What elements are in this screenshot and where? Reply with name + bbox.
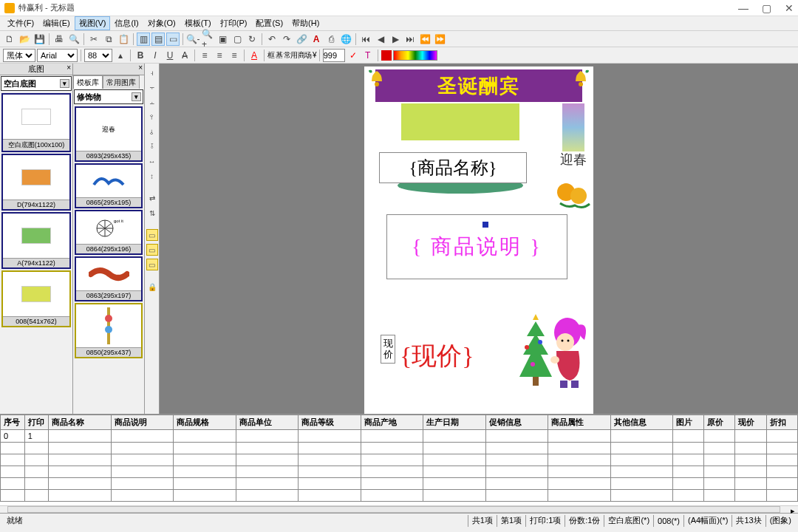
grid-cell[interactable] xyxy=(672,478,703,490)
value-input[interactable] xyxy=(323,49,345,62)
tool-dist-h-icon[interactable]: ↔ xyxy=(146,155,158,167)
grid-header[interactable]: 生产日期 xyxy=(423,415,485,430)
tool-dist-v-icon[interactable]: ↕ xyxy=(146,170,158,182)
grid-cell[interactable] xyxy=(735,466,766,478)
table-row[interactable] xyxy=(1,490,798,502)
menu-item[interactable]: 帮助(H) xyxy=(287,16,324,30)
grid-cell[interactable] xyxy=(610,478,672,490)
grid-cell[interactable] xyxy=(672,443,703,454)
next-button[interactable]: ▶ xyxy=(389,33,402,46)
grid-cell[interactable] xyxy=(548,443,610,454)
flower-icon[interactable] xyxy=(553,177,593,211)
bg-thumb[interactable]: 空白底图(100x100) xyxy=(1,93,71,152)
grid-header[interactable]: 商品产地 xyxy=(361,415,423,430)
grid-cell[interactable] xyxy=(174,454,236,466)
grid-cell[interactable] xyxy=(49,490,111,502)
grid-cell[interactable] xyxy=(24,466,49,478)
grid-cell[interactable] xyxy=(174,466,236,478)
panel2-toggle[interactable]: ▤ xyxy=(151,33,165,46)
canvas-area[interactable]: 圣诞酬宾 迎春 {商品名称} { 商品说明 } 现价 {现价} xyxy=(160,64,798,414)
decor-green-block[interactable] xyxy=(401,103,519,140)
grid-cell[interactable] xyxy=(24,478,49,490)
grid-cell[interactable] xyxy=(423,454,485,466)
grid-cell[interactable] xyxy=(485,443,548,454)
align-center-button[interactable]: ≡ xyxy=(213,49,226,62)
grid-cell[interactable] xyxy=(672,466,703,478)
bg-thumb[interactable]: 008(541x762) xyxy=(1,270,71,327)
grid-cell[interactable] xyxy=(174,490,236,502)
fill-red-button[interactable] xyxy=(381,50,392,61)
grid-cell[interactable] xyxy=(766,454,797,466)
bg-thumb[interactable]: D(794x1122) xyxy=(1,154,71,211)
tool-align-center-icon[interactable]: ⫟ xyxy=(146,81,158,93)
grid-header[interactable]: 其他信息 xyxy=(610,415,672,430)
grid-cell[interactable] xyxy=(548,466,610,478)
grid-cell[interactable] xyxy=(704,454,735,466)
print-button[interactable]: 🖶 xyxy=(52,33,66,46)
new-button[interactable]: 🗋 xyxy=(3,33,16,46)
table-row[interactable] xyxy=(1,466,798,478)
grid-header[interactable]: 商品属性 xyxy=(548,415,610,430)
grid-cell[interactable] xyxy=(174,443,236,454)
grid-cell[interactable] xyxy=(423,443,485,454)
bold-button[interactable]: B xyxy=(134,49,147,62)
grid-cell[interactable] xyxy=(299,454,361,466)
grid-cell[interactable] xyxy=(766,466,797,478)
tool-align-bottom-icon[interactable]: ⫱ xyxy=(146,140,158,152)
bg-category-combo[interactable]: 空白底图 xyxy=(1,76,72,91)
grid-cell[interactable] xyxy=(361,490,423,502)
grid-cell[interactable] xyxy=(672,430,703,443)
data-grid[interactable]: 序号打印商品名称商品说明商品规格商品单位商品等级商品产地生产日期促销信息商品属性… xyxy=(0,414,798,505)
grid-cell[interactable]: 0 xyxy=(1,430,25,443)
grid-cell[interactable] xyxy=(111,478,173,490)
grid-cell[interactable] xyxy=(361,454,423,466)
grid-cell[interactable] xyxy=(174,478,236,490)
zoom-in-button[interactable]: 🔍+ xyxy=(201,33,214,46)
grid-cell[interactable] xyxy=(111,454,173,466)
zoom-actual-button[interactable]: ▢ xyxy=(231,33,244,46)
font-size-select[interactable]: 88 xyxy=(84,49,112,62)
grid-header[interactable]: 现价 xyxy=(735,415,766,430)
grid-cell[interactable] xyxy=(236,443,298,454)
tool-align-top-icon[interactable]: ⫯ xyxy=(146,111,158,123)
grid-header[interactable]: 原价 xyxy=(704,415,735,430)
grid-cell[interactable] xyxy=(485,466,548,478)
strike-button[interactable]: A̶ xyxy=(178,49,191,62)
grid-header[interactable]: 图片 xyxy=(672,415,703,430)
menu-item[interactable]: 配置(S) xyxy=(251,16,287,30)
open-button[interactable]: 📂 xyxy=(18,33,31,46)
first-button[interactable]: ⏮ xyxy=(359,33,372,46)
grid-cell[interactable] xyxy=(610,466,672,478)
grid-cell[interactable] xyxy=(299,443,361,454)
grid-header[interactable]: 折扣 xyxy=(766,415,797,430)
tpl-thumb[interactable]: got it0864(295x196) xyxy=(75,210,143,255)
grid-cell[interactable] xyxy=(111,430,173,443)
tool-note3-icon[interactable]: ▭ xyxy=(146,259,158,270)
grid-cell[interactable] xyxy=(485,478,548,490)
grid-cell[interactable] xyxy=(1,490,25,502)
grid-cell[interactable] xyxy=(704,490,735,502)
grid-cell[interactable] xyxy=(548,478,610,490)
grid-cell[interactable] xyxy=(361,466,423,478)
tool-align-left-icon[interactable]: ⫞ xyxy=(146,66,158,78)
grid-cell[interactable] xyxy=(704,443,735,454)
field-price-label[interactable]: 现价 xyxy=(381,335,395,364)
grid-cell[interactable] xyxy=(704,466,735,478)
grid-cell[interactable] xyxy=(49,478,111,490)
grid-header[interactable]: 商品等级 xyxy=(299,415,361,430)
grid-cell[interactable] xyxy=(423,490,485,502)
text-tool-button[interactable]: T xyxy=(361,49,375,62)
grid-cell[interactable] xyxy=(610,490,672,502)
banner[interactable]: 圣诞酬宾 xyxy=(375,69,582,102)
grid-cell[interactable] xyxy=(49,454,111,466)
size-up-button[interactable]: ▴ xyxy=(114,49,127,62)
grid-cell[interactable] xyxy=(548,454,610,466)
field-product-name[interactable]: {商品名称} xyxy=(379,152,527,183)
grid-cell[interactable] xyxy=(704,430,735,443)
grid-cell[interactable] xyxy=(548,490,610,502)
tool-note1-icon[interactable]: ▭ xyxy=(146,229,158,241)
grid-cell[interactable] xyxy=(735,443,766,454)
copy-button[interactable]: ⧉ xyxy=(102,33,115,46)
grid-cell[interactable] xyxy=(1,454,25,466)
panel-bg-close-icon[interactable]: × xyxy=(66,64,71,72)
